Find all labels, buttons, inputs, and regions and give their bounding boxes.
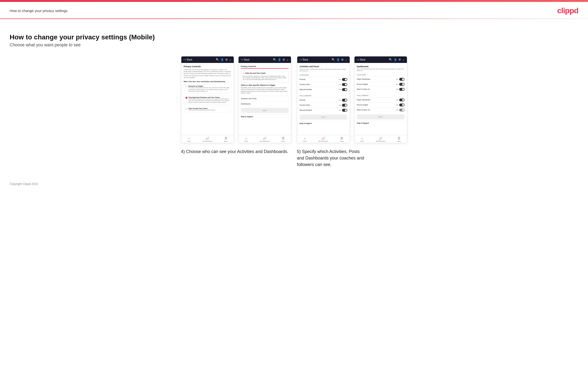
settings-icon[interactable]: ⚙ (225, 58, 228, 61)
screen1-content: Privacy Controls Control how you and you… (181, 63, 234, 135)
toggle-coaches-rounds[interactable] (342, 78, 347, 81)
tooltip-radio-icon (243, 73, 244, 74)
chevron-down-icon[interactable]: ⌄ (286, 58, 289, 61)
footer: Copyright Clippd 2022 (0, 177, 588, 193)
screen2-nav-performance[interactable]: 📈 My Performance (260, 137, 270, 142)
screen1-option1-text: Everyone on Clippd Everyone on Clippd ca… (189, 85, 230, 92)
screen4-coaches-insights: Round Insights ON (357, 82, 405, 87)
person-icon[interactable]: 👤 (221, 58, 224, 61)
screen4-nav-menu[interactable]: ☰ Menu (398, 137, 401, 142)
chevron-left-icon: ‹ (300, 58, 300, 61)
toggle-coaches-manual[interactable] (342, 88, 347, 91)
screen1-nav-home[interactable]: ⌂ Home (187, 137, 191, 142)
screen4-save-btn[interactable]: Save (357, 114, 405, 119)
chevron-down-icon[interactable]: ⌄ (345, 58, 347, 61)
toggle-coaches-round-insights[interactable] (399, 83, 405, 86)
toggle-coaches-drills[interactable] (342, 83, 347, 86)
menu-icon: ☰ (341, 137, 343, 140)
screen2-nav-menu[interactable]: ☰ Menu (282, 137, 285, 142)
screen4-nav-performance[interactable]: 📈 My Performance (376, 137, 386, 142)
toggle-coaches-player-dash[interactable] (399, 78, 405, 81)
screen3-bottom-nav: ⌂ Home 📈 My Performance ☰ Menu (297, 135, 350, 143)
screen2-help: Help & Support (241, 114, 289, 118)
chart-icon: 📈 (321, 137, 325, 140)
chart-icon: 📈 (263, 137, 267, 140)
person-icon[interactable]: 👤 (337, 58, 340, 61)
search-icon[interactable]: 🔍 (389, 58, 392, 61)
screen4-nav-home[interactable]: ⌂ Home (360, 137, 364, 142)
search-icon[interactable]: 🔍 (332, 58, 335, 61)
header: How to change your privacy settings clip… (0, 2, 588, 18)
screen1-option3[interactable]: Only You and Your Coach Only you and the… (184, 106, 231, 112)
toggle-followers-round-insights[interactable] (399, 103, 405, 106)
radio-approved-icon (185, 97, 187, 99)
tooltip-radio-row: Only You and Your Coach (243, 72, 287, 75)
chevron-down-icon[interactable]: ⌄ (229, 58, 231, 61)
header-divider (0, 18, 588, 19)
toggle-followers-player-dash[interactable] (399, 99, 405, 101)
breadcrumb: How to change your privacy settings (10, 9, 68, 13)
screen2-tab-label[interactable]: Privacy Controls (241, 65, 256, 68)
toggle-followers-manual[interactable] (342, 109, 347, 112)
toggle-coaches-work-on[interactable] (399, 88, 405, 91)
screen4-subtitle: Select the dashboards that you'd like to… (357, 68, 405, 72)
search-icon[interactable]: 🔍 (216, 58, 219, 61)
screen1-nav-menu[interactable]: ☰ Menu (224, 137, 228, 142)
screen1-option2[interactable]: Only Approved Followers and Your Coach O… (184, 95, 231, 105)
screen1-option3-text: Only You and Your Coach Only you and the… (189, 108, 216, 111)
settings-icon[interactable]: ⚙ (283, 58, 285, 61)
screen1-mockup: ‹ < Back 🔍 👤 ⚙ ⌄ Privacy Controls (181, 56, 234, 143)
group-screens-3-4: ‹ < Back 🔍 👤 ⚙ ⌄ Activities and Posts (297, 56, 407, 168)
screen4-nav: ‹ < Back 🔍 👤 ⚙ ⌄ (355, 57, 407, 63)
screen1-option2-text: Only Approved Followers and Your Coach O… (189, 97, 230, 103)
screen3-help: Help & Support (300, 121, 347, 125)
group-screens-1-2: ‹ < Back 🔍 👤 ⚙ ⌄ Privacy Controls (181, 56, 291, 155)
screen4-followers-insights: Round Insights ON (357, 102, 405, 107)
toggle-followers-drills[interactable] (342, 104, 347, 107)
screen4-coaches-work-on: What To Work On ON (357, 87, 405, 92)
screen4-followers-label: FOLLOWERS (357, 94, 405, 96)
screen3-nav-menu[interactable]: ☰ Menu (340, 137, 344, 142)
screen3-followers-label: FOLLOWERS (300, 94, 347, 97)
main-content: How to change your privacy settings (Mob… (0, 26, 588, 177)
screen2-save-btn[interactable]: Save (241, 108, 289, 113)
screen4-help: Help & Support (357, 121, 405, 125)
toggle-followers-work-on[interactable] (399, 108, 405, 111)
person-icon[interactable]: 👤 (394, 58, 397, 61)
chevron-down-icon[interactable]: ⌄ (402, 58, 405, 61)
screen2-nav-home[interactable]: ⌂ Home (244, 137, 248, 142)
screen2-list-activities[interactable]: Activities and Posts › (241, 96, 289, 101)
screen2-show-hide-title: Show or hide specific features in Clippd (241, 84, 289, 86)
screen3-followers-rounds: Rounds ON (300, 98, 347, 103)
screen4-coaches-label: COACHES (357, 73, 405, 76)
screen2-show-hide-text: Regardless of the privacy controls that … (241, 87, 289, 94)
screen3-save-btn[interactable]: Save (300, 115, 347, 120)
screenshots-row: ‹ < Back 🔍 👤 ⚙ ⌄ Privacy Controls (10, 56, 578, 168)
settings-icon[interactable]: ⚙ (341, 58, 344, 61)
screen1-nav-performance[interactable]: 📈 My Performance (203, 137, 212, 142)
screen4-coaches-section: COACHES Player Dashboard ON Round Insigh… (357, 73, 405, 92)
screen1-section-title: Privacy Controls (184, 65, 231, 68)
screen4-back-btn[interactable]: ‹ < Back (357, 58, 365, 61)
screen3-nav-performance[interactable]: 📈 My Performance (319, 137, 328, 142)
screen2-mockup: ‹ < Back 🔍 👤 ⚙ ⌄ Privacy Cont (238, 56, 291, 143)
screen3-nav-home[interactable]: ⌂ Home (303, 137, 307, 142)
screen2-list-dashboards[interactable]: Dashboards › (241, 101, 289, 106)
search-icon[interactable]: 🔍 (273, 58, 276, 61)
logo[interactable]: clippd (557, 6, 578, 15)
chevron-right-icon: › (288, 98, 289, 100)
settings-icon[interactable]: ⚙ (398, 58, 401, 61)
toggle-followers-rounds[interactable] (342, 99, 347, 102)
screen4-content: Dashboards Select the dashboards that yo… (355, 63, 407, 135)
person-icon[interactable]: 👤 (278, 58, 281, 61)
screen2-back-btn[interactable]: ‹ < Back (241, 58, 250, 61)
screen3-coaches-label: COACHES (300, 73, 347, 76)
copyright: Copyright Clippd 2022 (10, 182, 38, 186)
screen1-back-btn[interactable]: ‹ < Back (184, 58, 192, 61)
screen1-option1[interactable]: Everyone on Clippd Everyone on Clippd ca… (184, 84, 231, 93)
screen3-coaches-rounds: Rounds ON (300, 77, 347, 82)
radio-only-you-icon (185, 108, 187, 110)
screen3-back-btn[interactable]: ‹ < Back (300, 58, 308, 61)
screen4-mockup: ‹ < Back 🔍 👤 ⚙ ⌄ Dashboards Sele (354, 56, 407, 143)
home-icon: ⌂ (188, 137, 190, 140)
